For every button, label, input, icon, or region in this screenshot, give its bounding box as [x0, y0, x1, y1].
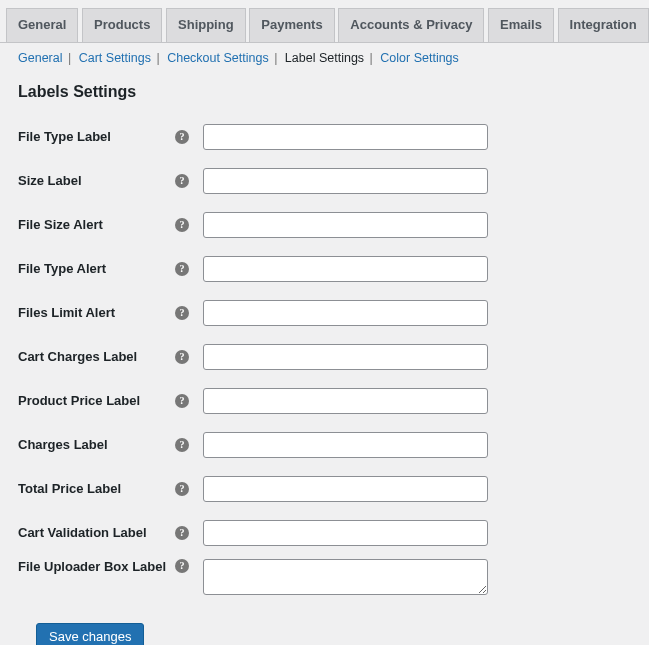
subtab-general[interactable]: General [18, 51, 62, 65]
subtab-checkout-settings[interactable]: Checkout Settings [167, 51, 268, 65]
input-cart-charges-label[interactable] [203, 344, 488, 370]
tab-emails[interactable]: Emails [488, 8, 554, 43]
help-icon[interactable]: ? [175, 438, 189, 452]
help-icon[interactable]: ? [175, 130, 189, 144]
label-file-size-alert: File Size Alert [18, 217, 173, 232]
label-total-price-label: Total Price Label [18, 481, 173, 496]
subtab-cart-settings[interactable]: Cart Settings [79, 51, 151, 65]
main-tabs: General Products Shipping Payments Accou… [0, 0, 649, 43]
help-icon[interactable]: ? [175, 559, 189, 573]
help-icon[interactable]: ? [175, 482, 189, 496]
input-file-type-label[interactable] [203, 124, 488, 150]
help-icon[interactable]: ? [175, 174, 189, 188]
tab-products[interactable]: Products [82, 8, 162, 43]
label-cart-validation-label: Cart Validation Label [18, 525, 173, 540]
input-size-label[interactable] [203, 168, 488, 194]
label-cart-charges-label: Cart Charges Label [18, 349, 173, 364]
tab-general[interactable]: General [6, 8, 78, 43]
tab-shipping[interactable]: Shipping [166, 8, 246, 43]
input-total-price-label[interactable] [203, 476, 488, 502]
tab-accounts-privacy[interactable]: Accounts & Privacy [338, 8, 484, 43]
subtab-label-settings[interactable]: Label Settings [285, 51, 364, 65]
label-size-label: Size Label [18, 173, 173, 188]
help-icon[interactable]: ? [175, 526, 189, 540]
help-icon[interactable]: ? [175, 262, 189, 276]
input-cart-validation-label[interactable] [203, 520, 488, 546]
help-icon[interactable]: ? [175, 394, 189, 408]
tab-integration[interactable]: Integration [558, 8, 649, 43]
help-icon[interactable]: ? [175, 218, 189, 232]
label-file-type-alert: File Type Alert [18, 261, 173, 276]
label-files-limit-alert: Files Limit Alert [18, 305, 173, 320]
input-file-size-alert[interactable] [203, 212, 488, 238]
label-charges-label: Charges Label [18, 437, 173, 452]
sub-tabs: General | Cart Settings | Checkout Setti… [0, 43, 649, 65]
input-product-price-label[interactable] [203, 388, 488, 414]
label-file-type-label: File Type Label [18, 129, 173, 144]
help-icon[interactable]: ? [175, 306, 189, 320]
save-button[interactable]: Save changes [36, 623, 144, 645]
section-heading: Labels Settings [18, 83, 649, 101]
label-product-price-label: Product Price Label [18, 393, 173, 408]
input-file-type-alert[interactable] [203, 256, 488, 282]
help-icon[interactable]: ? [175, 350, 189, 364]
tab-payments[interactable]: Payments [249, 8, 334, 43]
input-files-limit-alert[interactable] [203, 300, 488, 326]
settings-form: File Type Label ? Size Label ? File Size… [0, 115, 649, 645]
subtab-color-settings[interactable]: Color Settings [380, 51, 459, 65]
label-file-uploader-box-label: File Uploader Box Label [18, 559, 173, 574]
input-charges-label[interactable] [203, 432, 488, 458]
textarea-file-uploader-box-label[interactable] [203, 559, 488, 595]
